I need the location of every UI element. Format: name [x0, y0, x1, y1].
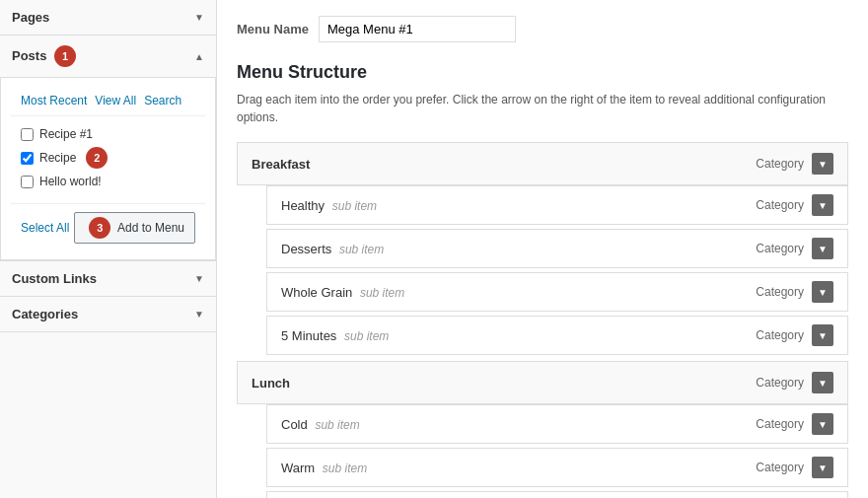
sidebar: Pages ▼ Posts 1 ▲ Most Recent View All S…	[0, 0, 217, 498]
warm-type: Category	[756, 461, 804, 474]
menu-structure-desc: Drag each item into the order you prefer…	[237, 91, 848, 126]
lunch-sub-items: Cold sub item Category ▼ Warm sub item C…	[266, 404, 848, 498]
sub-item-whole-grain[interactable]: Whole Grain sub item Category ▼	[266, 272, 848, 312]
5-minutes-b-dropdown-arrow[interactable]: ▼	[812, 324, 833, 346]
posts-badge-1: 1	[54, 45, 76, 67]
cold-right: Category ▼	[756, 413, 833, 435]
5-minutes-b-right: Category ▼	[756, 324, 833, 346]
post-label-hello: Hello world!	[39, 175, 102, 188]
breakfast-right: Category ▼	[756, 153, 833, 175]
sidebar-section-posts: Posts 1 ▲ Most Recent View All Search Re…	[0, 36, 216, 261]
post-checkbox-recipe1[interactable]	[21, 128, 34, 141]
lunch-type: Category	[756, 376, 804, 390]
cold-type: Category	[756, 417, 804, 431]
menu-item-lunch-header[interactable]: Lunch Category ▼	[237, 361, 848, 404]
posts-arrow-icon: ▲	[194, 51, 204, 62]
whole-grain-type: Category	[756, 285, 804, 299]
post-checkbox-hello[interactable]	[21, 176, 34, 188]
custom-links-arrow-icon: ▼	[194, 273, 204, 284]
sidebar-custom-links-label: Custom Links	[12, 271, 97, 286]
post-label-recipe1: Recipe #1	[39, 127, 93, 141]
sidebar-pages-label: Pages	[12, 10, 49, 25]
posts-footer: Select All 3 Add to Menu	[11, 203, 205, 251]
warm-right: Category ▼	[756, 457, 833, 478]
cold-title: Cold sub item	[281, 417, 360, 432]
healthy-dropdown-arrow[interactable]: ▼	[812, 194, 833, 216]
warm-dropdown-arrow[interactable]: ▼	[812, 457, 833, 478]
menu-name-row: Menu Name	[237, 16, 848, 42]
sub-item-cold[interactable]: Cold sub item Category ▼	[266, 404, 848, 444]
sidebar-categories-header[interactable]: Categories ▼	[0, 297, 216, 331]
sub-item-healthy[interactable]: Healthy sub item Category ▼	[266, 185, 848, 225]
sidebar-categories-label: Categories	[12, 307, 78, 321]
desserts-dropdown-arrow[interactable]: ▼	[812, 238, 833, 259]
sub-item-healthy-l[interactable]: Healthy sub item Category ▼	[266, 491, 848, 498]
post-checkbox-recipe[interactable]	[21, 152, 34, 165]
posts-tabs: Most Recent View All Search	[11, 86, 205, 116]
breakfast-title: Breakfast	[252, 157, 310, 172]
sidebar-posts-label: Posts 1	[12, 45, 76, 67]
add-to-menu-button[interactable]: 3 Add to Menu	[74, 212, 195, 244]
healthy-title: Healthy sub item	[281, 198, 377, 213]
5-minutes-b-type: Category	[756, 328, 804, 342]
sidebar-pages-header[interactable]: Pages ▼	[0, 0, 216, 35]
categories-arrow-icon: ▼	[194, 309, 204, 320]
whole-grain-right: Category ▼	[756, 281, 833, 303]
sub-item-5-minutes-b[interactable]: 5 Minutes sub item Category ▼	[266, 316, 848, 355]
menu-item-breakfast-header[interactable]: Breakfast Category ▼	[237, 142, 848, 185]
posts-content: Most Recent View All Search Recipe #1 Re…	[0, 77, 216, 260]
select-all-link[interactable]: Select All	[21, 221, 69, 235]
sidebar-section-categories: Categories ▼	[0, 297, 216, 332]
breakfast-dropdown-arrow[interactable]: ▼	[812, 153, 833, 175]
sub-item-desserts[interactable]: Desserts sub item Category ▼	[266, 229, 848, 268]
whole-grain-title: Whole Grain sub item	[281, 285, 404, 300]
menu-name-label: Menu Name	[237, 22, 309, 36]
breakfast-sub-items: Healthy sub item Category ▼ Desserts sub…	[266, 185, 848, 355]
post-item-recipe1: Recipe #1	[21, 124, 195, 144]
menu-name-input[interactable]	[319, 16, 516, 42]
lunch-right: Category ▼	[756, 372, 833, 393]
menu-item-breakfast: Breakfast Category ▼ Healthy sub item Ca…	[237, 142, 848, 355]
post-label-recipe: Recipe	[39, 151, 76, 165]
post-item-hello: Hello world!	[21, 172, 195, 191]
lunch-dropdown-arrow[interactable]: ▼	[812, 372, 833, 393]
menu-item-lunch: Lunch Category ▼ Cold sub item Category …	[237, 361, 848, 498]
sidebar-posts-header[interactable]: Posts 1 ▲	[0, 36, 216, 77]
post-item-recipe: Recipe 2	[21, 144, 195, 172]
lunch-title: Lunch	[252, 376, 290, 391]
warm-title: Warm sub item	[281, 461, 367, 475]
sidebar-custom-links-header[interactable]: Custom Links ▼	[0, 261, 216, 296]
main-content: Menu Name Menu Structure Drag each item …	[217, 0, 868, 498]
desserts-right: Category ▼	[756, 238, 833, 259]
desserts-title: Desserts sub item	[281, 242, 384, 256]
pages-arrow-icon: ▼	[194, 12, 204, 23]
sub-item-warm[interactable]: Warm sub item Category ▼	[266, 448, 848, 487]
sidebar-section-pages: Pages ▼	[0, 0, 216, 36]
breakfast-type: Category	[756, 157, 804, 171]
whole-grain-dropdown-arrow[interactable]: ▼	[812, 281, 833, 303]
posts-tab-most-recent[interactable]: Most Recent	[21, 94, 87, 107]
sidebar-section-custom-links: Custom Links ▼	[0, 261, 216, 297]
posts-tab-view-all[interactable]: View All	[95, 94, 136, 107]
healthy-right: Category ▼	[756, 194, 833, 216]
posts-tab-search[interactable]: Search	[144, 94, 181, 107]
healthy-type: Category	[756, 198, 804, 212]
desserts-type: Category	[756, 242, 804, 255]
menu-structure-title: Menu Structure	[237, 62, 848, 83]
cold-dropdown-arrow[interactable]: ▼	[812, 413, 833, 435]
posts-badge-2: 2	[86, 147, 108, 169]
posts-list: Recipe #1 Recipe 2 Hello world!	[11, 116, 205, 199]
posts-badge-3: 3	[89, 217, 110, 239]
5-minutes-b-title: 5 Minutes sub item	[281, 328, 389, 343]
